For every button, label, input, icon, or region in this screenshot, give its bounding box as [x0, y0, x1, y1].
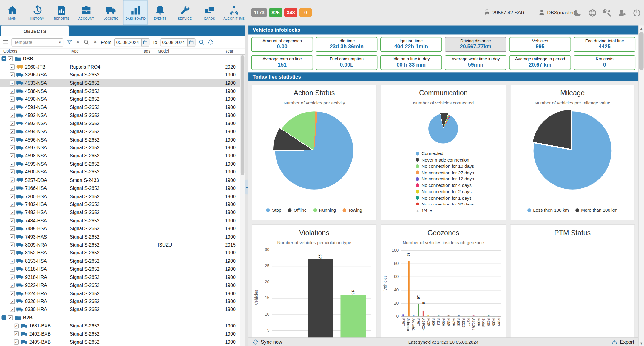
calendar-icon[interactable] — [187, 38, 196, 46]
row-checkbox[interactable]: ✓ — [10, 259, 15, 264]
col-tags[interactable]: Tags — [142, 49, 150, 53]
date-to-input[interactable] — [160, 38, 187, 46]
bar[interactable] — [478, 316, 480, 316]
bar[interactable] — [418, 304, 419, 316]
row-checkbox[interactable]: ✓ — [10, 153, 15, 159]
user-settings-icon[interactable] — [618, 8, 626, 17]
object-row[interactable]: ✓7485-HSASignal S-26521900 — [0, 224, 240, 233]
row-checkbox[interactable]: ✓ — [10, 105, 15, 110]
object-row[interactable]: ✓9326-HRASignal S-26521900 — [0, 297, 240, 305]
object-row[interactable]: ✓2402-BXBSignal S-26521900 — [0, 330, 240, 338]
nav-item-main[interactable]: MAIN — [0, 0, 25, 25]
list-settings-icon[interactable] — [2, 39, 9, 45]
infoblock-card[interactable]: Average mileage in period20.67 km — [509, 55, 571, 70]
row-checkbox[interactable]: ✓ — [10, 218, 15, 223]
main-scrollbar[interactable]: ▲ ▼ — [638, 25, 644, 346]
calendar-icon[interactable] — [141, 38, 150, 46]
export-button[interactable]: Export — [612, 339, 634, 345]
legend-item[interactable]: No connection for 1 days — [416, 196, 474, 201]
object-row[interactable]: ✓4598-NSASignal S-26521900 — [0, 152, 240, 160]
object-row[interactable]: ✓4592-NSASignal S-26521900 — [0, 111, 240, 119]
infoblock-card[interactable]: Idle on a line in day00 h 33 min — [380, 55, 442, 70]
object-row[interactable]: ✓1681-BXBSignal S-26521900 — [0, 322, 240, 330]
object-row[interactable]: ✓4600-NSASignal S-26521900 — [0, 168, 240, 176]
infoblock-card[interactable]: Average cars on line151 — [251, 55, 313, 70]
row-checkbox[interactable]: ✓ — [10, 267, 15, 272]
row-checkbox[interactable]: ✓ — [10, 291, 15, 296]
object-row[interactable]: −✓B2B — [0, 314, 240, 322]
object-row[interactable]: ✓9330-HRASignal S-26521900 — [0, 305, 240, 313]
objects-scrollbar[interactable] — [240, 55, 245, 346]
row-checkbox[interactable]: ✓ — [10, 194, 15, 199]
status-badge-0[interactable]: 1173 — [251, 8, 267, 17]
row-checkbox[interactable]: ✓ — [10, 178, 15, 183]
row-checkbox[interactable]: ✓ — [10, 145, 15, 150]
legend-item[interactable]: Connected — [416, 151, 474, 156]
panel-splitter[interactable]: ◂ — [245, 25, 248, 346]
legend-item[interactable]: No connection for 27 days — [416, 170, 474, 175]
bar[interactable] — [438, 315, 440, 316]
nav-item-events[interactable]: EVENTS — [148, 0, 173, 25]
legend-item[interactable]: Less then 100 km — [527, 207, 569, 213]
object-row[interactable]: ✓8518-HSASignal S-26521900 — [0, 265, 240, 273]
row-checkbox[interactable]: ✓ — [10, 64, 15, 70]
row-checkbox[interactable]: ✓ — [10, 113, 15, 118]
bar[interactable] — [433, 316, 435, 316]
scroll-up-icon[interactable]: ▲ — [639, 25, 644, 31]
nav-item-algorithms[interactable]: ALGORITHMS — [222, 0, 247, 25]
row-checkbox[interactable]: ✓ — [10, 210, 15, 215]
infoblock-card[interactable]: Driving distance20,567.77km — [445, 37, 506, 52]
object-row[interactable]: ✓9324-HRASignal S-26521900 — [0, 289, 240, 297]
nav-item-account[interactable]: ACCOUNT — [74, 0, 99, 25]
nav-item-cards[interactable]: CARDS — [197, 0, 222, 25]
object-row[interactable]: ✓9318-HRASignal S-26521900 — [0, 273, 240, 281]
user-menu[interactable]: DBS(master) — [538, 9, 575, 17]
night-mode-icon[interactable] — [573, 8, 582, 17]
collapse-panel-icon[interactable]: ◂ — [245, 180, 248, 195]
legend-item[interactable]: No connection for 30 days — [416, 202, 474, 205]
row-checkbox[interactable]: ✓ — [10, 73, 15, 78]
row-checkbox[interactable]: ✓ — [14, 331, 19, 336]
object-row[interactable]: ✓7482-HSASignal S-26521900 — [0, 200, 240, 208]
row-checkbox[interactable]: ✓ — [14, 339, 19, 345]
bar[interactable] — [423, 310, 424, 316]
status-badge-2[interactable]: 348 — [284, 8, 297, 17]
collapse-toggle[interactable]: − — [2, 316, 6, 320]
legend-next-icon[interactable]: ▼ — [429, 209, 433, 213]
infoblock-card[interactable]: Eco driving total fine4425 — [574, 37, 636, 52]
bar[interactable] — [428, 315, 430, 316]
language-icon[interactable] — [588, 8, 597, 17]
bar[interactable] — [448, 315, 450, 316]
object-row[interactable]: ✓5257-DDASmart S-24331900 — [0, 176, 240, 184]
row-checkbox[interactable]: ✓ — [10, 234, 15, 239]
col-type[interactable]: Type — [70, 49, 79, 53]
bar[interactable] — [483, 316, 485, 316]
row-checkbox[interactable]: ✓ — [10, 307, 15, 312]
bar[interactable] — [453, 316, 455, 316]
object-row[interactable]: ✓8153-HSASignal S-26521900 — [0, 257, 240, 265]
scroll-down-icon[interactable]: ▼ — [639, 340, 644, 346]
object-row[interactable]: ✓2960-JTBRuptela PRO42020 — [0, 63, 240, 71]
bar[interactable] — [443, 316, 444, 316]
row-checkbox[interactable]: ✓ — [14, 323, 19, 328]
object-row[interactable]: ✓4594-NSASignal S-26521900 — [0, 127, 240, 136]
legend-item[interactable]: Towing — [342, 207, 362, 213]
object-row[interactable]: ✓8009-NRASignal S-2652ISUZU2015 — [0, 241, 240, 249]
object-row[interactable]: ✓7200-HSASignal S-26521900 — [0, 192, 240, 200]
legend-item[interactable]: No connection for 12 days — [416, 176, 474, 182]
object-row[interactable]: ✓3296-RSASignal S-26521900 — [0, 71, 240, 79]
row-checkbox[interactable]: ✓ — [10, 170, 15, 175]
infoblock-card[interactable]: Vehicles995 — [509, 37, 571, 52]
bar[interactable] — [463, 316, 465, 316]
row-checkbox[interactable]: ✓ — [8, 315, 13, 320]
filter-icon[interactable] — [66, 39, 72, 45]
legend-item[interactable]: Running — [313, 207, 336, 213]
row-checkbox[interactable]: ✓ — [10, 299, 15, 304]
legend-item[interactable]: Offline — [288, 207, 307, 213]
bar[interactable] — [493, 316, 495, 316]
row-checkbox[interactable]: ✓ — [10, 137, 15, 142]
row-checkbox[interactable]: ✓ — [10, 242, 15, 247]
infoblock-card[interactable]: Fuel consumption0.00L — [316, 55, 378, 70]
nav-item-service[interactable]: SERVICE — [172, 0, 197, 25]
infoblock-card[interactable]: Idle time23d 3h 36min — [316, 37, 378, 52]
